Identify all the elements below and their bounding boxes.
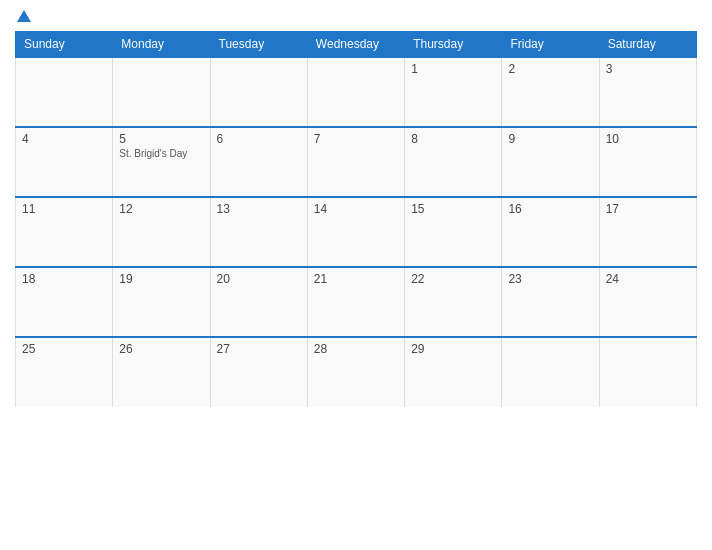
calendar-cell bbox=[16, 57, 113, 127]
day-number: 19 bbox=[119, 272, 203, 286]
calendar-cell: 25 bbox=[16, 337, 113, 407]
calendar-cell: 22 bbox=[405, 267, 502, 337]
calendar-cell: 19 bbox=[113, 267, 210, 337]
day-number: 6 bbox=[217, 132, 301, 146]
day-header-saturday: Saturday bbox=[599, 32, 696, 58]
calendar-cell: 12 bbox=[113, 197, 210, 267]
calendar-cell: 2 bbox=[502, 57, 599, 127]
calendar-cell: 1 bbox=[405, 57, 502, 127]
day-number: 12 bbox=[119, 202, 203, 216]
calendar-page: SundayMondayTuesdayWednesdayThursdayFrid… bbox=[0, 0, 712, 550]
day-number: 16 bbox=[508, 202, 592, 216]
day-number: 15 bbox=[411, 202, 495, 216]
day-number: 18 bbox=[22, 272, 106, 286]
day-number: 29 bbox=[411, 342, 495, 356]
day-header-monday: Monday bbox=[113, 32, 210, 58]
calendar-cell bbox=[210, 57, 307, 127]
day-number: 3 bbox=[606, 62, 690, 76]
calendar-cell: 29 bbox=[405, 337, 502, 407]
day-number: 24 bbox=[606, 272, 690, 286]
logo bbox=[15, 10, 31, 23]
day-header-tuesday: Tuesday bbox=[210, 32, 307, 58]
calendar-cell: 13 bbox=[210, 197, 307, 267]
day-number: 2 bbox=[508, 62, 592, 76]
calendar-cell: 16 bbox=[502, 197, 599, 267]
calendar-header bbox=[15, 10, 697, 23]
calendar-cell bbox=[502, 337, 599, 407]
day-number: 25 bbox=[22, 342, 106, 356]
calendar-cell: 7 bbox=[307, 127, 404, 197]
day-header-thursday: Thursday bbox=[405, 32, 502, 58]
day-number: 26 bbox=[119, 342, 203, 356]
day-number: 17 bbox=[606, 202, 690, 216]
day-number: 11 bbox=[22, 202, 106, 216]
calendar-cell: 11 bbox=[16, 197, 113, 267]
holiday-label: St. Brigid's Day bbox=[119, 148, 203, 159]
calendar-cell: 8 bbox=[405, 127, 502, 197]
day-number: 4 bbox=[22, 132, 106, 146]
day-number: 27 bbox=[217, 342, 301, 356]
calendar-cell: 26 bbox=[113, 337, 210, 407]
calendar-cell: 23 bbox=[502, 267, 599, 337]
calendar-cell: 17 bbox=[599, 197, 696, 267]
calendar-cell: 27 bbox=[210, 337, 307, 407]
day-number: 13 bbox=[217, 202, 301, 216]
week-row-2: 45St. Brigid's Day678910 bbox=[16, 127, 697, 197]
day-number: 21 bbox=[314, 272, 398, 286]
calendar-cell: 10 bbox=[599, 127, 696, 197]
day-number: 28 bbox=[314, 342, 398, 356]
logo-triangle-icon bbox=[17, 10, 31, 22]
day-header-wednesday: Wednesday bbox=[307, 32, 404, 58]
calendar-cell: 4 bbox=[16, 127, 113, 197]
day-header-sunday: Sunday bbox=[16, 32, 113, 58]
calendar-cell bbox=[113, 57, 210, 127]
week-row-1: 123 bbox=[16, 57, 697, 127]
calendar-cell bbox=[599, 337, 696, 407]
calendar-cell bbox=[307, 57, 404, 127]
day-number: 8 bbox=[411, 132, 495, 146]
days-header-row: SundayMondayTuesdayWednesdayThursdayFrid… bbox=[16, 32, 697, 58]
day-number: 23 bbox=[508, 272, 592, 286]
day-number: 10 bbox=[606, 132, 690, 146]
calendar-cell: 15 bbox=[405, 197, 502, 267]
day-number: 7 bbox=[314, 132, 398, 146]
week-row-3: 11121314151617 bbox=[16, 197, 697, 267]
calendar-cell: 9 bbox=[502, 127, 599, 197]
day-number: 22 bbox=[411, 272, 495, 286]
calendar-cell: 18 bbox=[16, 267, 113, 337]
calendar-cell: 24 bbox=[599, 267, 696, 337]
day-number: 14 bbox=[314, 202, 398, 216]
week-row-5: 2526272829 bbox=[16, 337, 697, 407]
calendar-cell: 5St. Brigid's Day bbox=[113, 127, 210, 197]
day-number: 9 bbox=[508, 132, 592, 146]
calendar-cell: 21 bbox=[307, 267, 404, 337]
day-number: 1 bbox=[411, 62, 495, 76]
day-number: 5 bbox=[119, 132, 203, 146]
calendar-table: SundayMondayTuesdayWednesdayThursdayFrid… bbox=[15, 31, 697, 407]
calendar-cell: 20 bbox=[210, 267, 307, 337]
calendar-cell: 6 bbox=[210, 127, 307, 197]
calendar-cell: 3 bbox=[599, 57, 696, 127]
day-header-friday: Friday bbox=[502, 32, 599, 58]
day-number: 20 bbox=[217, 272, 301, 286]
week-row-4: 18192021222324 bbox=[16, 267, 697, 337]
calendar-cell: 28 bbox=[307, 337, 404, 407]
calendar-cell: 14 bbox=[307, 197, 404, 267]
